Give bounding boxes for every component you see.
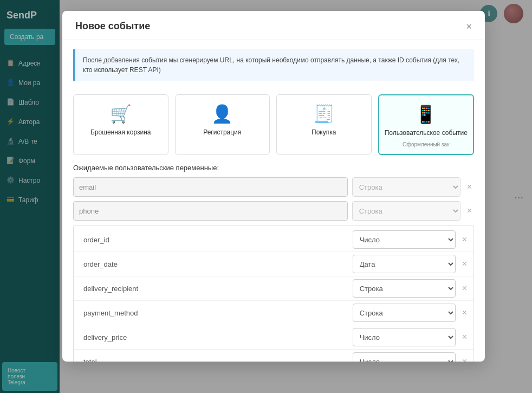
- var-delete-order-id[interactable]: ×: [460, 235, 469, 244]
- modal-title: Новое событие: [75, 21, 150, 32]
- var-name-order-id[interactable]: [78, 230, 348, 249]
- var-row-order-date: Дата Строка Число ×: [74, 252, 473, 276]
- event-card-cart[interactable]: 🛒 Брошенная корзина: [73, 94, 168, 155]
- cart-label: Брошенная корзина: [79, 128, 163, 136]
- var-delete-phone[interactable]: ×: [465, 206, 474, 216]
- var-row-delivery-recipient: Строка Число Дата ×: [74, 276, 473, 301]
- variables-label: Ожидаемые пользовательские переменные:: [62, 164, 485, 177]
- var-delete-delivery-recipient[interactable]: ×: [460, 284, 469, 293]
- event-card-purchase[interactable]: 🧾 Покупка: [276, 94, 372, 155]
- var-name-order-date[interactable]: [78, 254, 348, 274]
- var-type-total[interactable]: Число Строка Дата: [353, 352, 456, 362]
- var-row-phone: Строка ×: [73, 201, 474, 221]
- purchase-icon: 🧾: [282, 104, 366, 124]
- cart-icon: 🛒: [79, 104, 163, 124]
- var-type-phone[interactable]: Строка: [352, 201, 460, 221]
- register-label: Регистрация: [181, 128, 264, 136]
- info-banner: После добавления события мы сгенерируем …: [73, 49, 474, 81]
- var-row-total: Число Строка Дата ×: [74, 350, 473, 362]
- var-delete-delivery-price[interactable]: ×: [460, 332, 469, 342]
- modal-close-button[interactable]: ×: [466, 22, 472, 31]
- modal-header: Новое событие ×: [62, 11, 485, 40]
- var-type-order-date[interactable]: Дата Строка Число: [353, 255, 456, 273]
- register-icon: 👤: [181, 104, 264, 124]
- var-type-payment-method[interactable]: Строка Число Дата: [353, 304, 456, 322]
- event-type-cards: 🛒 Брошенная корзина 👤 Регистрация 🧾 Поку…: [62, 90, 485, 164]
- var-row-order-id: Число Строка Дата ×: [74, 228, 473, 252]
- var-name-email[interactable]: [73, 177, 348, 197]
- custom-sub: Оформленный зак: [385, 139, 468, 147]
- purchase-label: Покупка: [282, 128, 366, 136]
- custom-variables-section: Число Строка Дата × Дата Строка Число × …: [73, 225, 474, 362]
- new-event-modal: Новое событие × После добавления события…: [62, 11, 485, 362]
- var-delete-payment-method[interactable]: ×: [460, 308, 469, 318]
- var-row-email: Строка ×: [73, 177, 474, 197]
- event-card-custom[interactable]: 📱 Пользовательское событие Оформленный з…: [378, 94, 475, 155]
- var-name-phone[interactable]: [73, 201, 348, 221]
- var-type-email[interactable]: Строка: [352, 177, 460, 197]
- var-delete-order-date[interactable]: ×: [460, 259, 469, 269]
- var-name-payment-method[interactable]: [78, 303, 348, 323]
- var-name-delivery-price[interactable]: [78, 327, 348, 347]
- var-type-order-id[interactable]: Число Строка Дата: [353, 230, 456, 249]
- var-delete-total[interactable]: ×: [460, 357, 469, 362]
- var-row-delivery-price: Число Строка Дата ×: [74, 325, 473, 350]
- var-delete-email[interactable]: ×: [465, 182, 474, 192]
- var-type-delivery-price[interactable]: Число Строка Дата: [353, 328, 456, 346]
- var-name-total[interactable]: [78, 352, 348, 362]
- var-type-delivery-recipient[interactable]: Строка Число Дата: [353, 279, 456, 298]
- event-card-register[interactable]: 👤 Регистрация: [175, 94, 270, 155]
- custom-label: Пользовательское событие: [385, 129, 468, 137]
- custom-icon: 📱: [385, 104, 468, 125]
- var-name-delivery-recipient[interactable]: [78, 279, 348, 298]
- variables-area: Строка × Строка × Число Строка Дата ×: [62, 177, 485, 362]
- var-row-payment-method: Строка Число Дата ×: [74, 301, 473, 325]
